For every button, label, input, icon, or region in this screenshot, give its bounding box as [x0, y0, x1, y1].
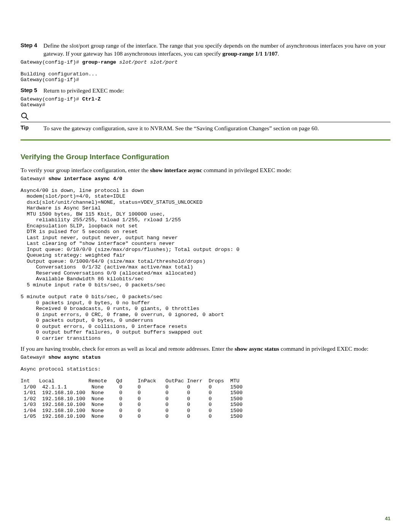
tip-row: Tip To save the gateway configuration, s… [21, 125, 390, 133]
command: group-range [82, 59, 116, 65]
text: command in privileged EXEC mode: [279, 345, 369, 352]
code-block-show-async-status: Gateway# show async status Async protoco… [21, 355, 390, 420]
command: Ctrl-Z [82, 96, 101, 102]
table-header: Int Local Remote Qd InPack OutPac Inerr … [21, 378, 239, 384]
section-divider [21, 139, 390, 141]
table-row: 1/01 192.168.10.100 None 0 0 0 0 0 1500 [21, 390, 242, 396]
output: Gateway# [21, 102, 45, 108]
output: Async4/00 is down, line protocol is down… [21, 188, 239, 341]
prompt: Gateway(config-if)# [21, 59, 82, 65]
prompt: Gateway# [21, 176, 48, 182]
bold-text: group-range 1/1 1/107 [222, 50, 277, 57]
command: show interface async 4/0 [48, 176, 122, 182]
table-row: 1/02 192.168.10.100 None 0 0 0 0 0 1500 [21, 396, 242, 402]
code-block-show-interface: Gateway# show interface async 4/0 Async4… [21, 176, 390, 341]
svg-line-1 [26, 117, 28, 120]
step-5: Step 5 Return to privileged EXEC mode: [21, 87, 390, 95]
table-row: 1/04 192.168.10.100 None 0 0 0 0 0 1500 [21, 408, 242, 414]
text: . [278, 50, 279, 57]
text: command in privileged EXEC mode: [202, 167, 292, 173]
intro-paragraph: To verify your group interface configura… [21, 166, 390, 174]
step-body: Return to privileged EXEC mode: [43, 87, 390, 95]
command-name: show async status [235, 345, 279, 352]
page-number: 41 [385, 516, 390, 521]
step-label: Step 5 [21, 87, 43, 95]
command: show async status [48, 355, 101, 360]
section-title: Verifying the Group Interface Configurat… [21, 153, 390, 161]
step-4: Step 4 Define the slot/port group range … [21, 42, 390, 58]
tip-text: To save the gateway configuration, save … [43, 125, 390, 133]
table-row: 1/03 192.168.10.100 None 0 0 0 0 0 1500 [21, 402, 242, 407]
command-name: show interface async [150, 167, 202, 173]
prompt: Gateway# [21, 355, 48, 360]
tip-icon-row [21, 112, 390, 122]
step-body: Define the slot/port group range of the … [43, 42, 390, 58]
text: To verify your group interface configura… [21, 167, 150, 173]
magnifier-icon [21, 112, 29, 120]
output-head: Async protocol statistics: [21, 366, 101, 372]
args: slot/port slot/port [116, 59, 178, 65]
text: Define the slot/port group range of the … [43, 42, 386, 57]
tip-rule [21, 122, 390, 122]
svg-point-0 [22, 113, 27, 118]
step-label: Step 4 [21, 42, 43, 58]
code-block-group-range: Gateway(config-if)# group-range slot/por… [21, 59, 390, 83]
trouble-paragraph: If you are having trouble, check for err… [21, 345, 390, 353]
tip-label: Tip [21, 125, 43, 133]
prompt: Gateway(config-if)# [21, 96, 82, 102]
text: If you are having trouble, check for err… [21, 345, 235, 352]
output: Building configuration... Gateway(config… [21, 71, 98, 83]
code-block-ctrlz: Gateway(config-if)# Ctrl-Z Gateway# [21, 96, 390, 108]
table-row: 1/00 42.1.1.1 None 0 0 0 0 0 1500 [21, 384, 242, 390]
table-row: 1/05 192.168.10.100 None 0 0 0 0 0 1500 [21, 414, 242, 419]
